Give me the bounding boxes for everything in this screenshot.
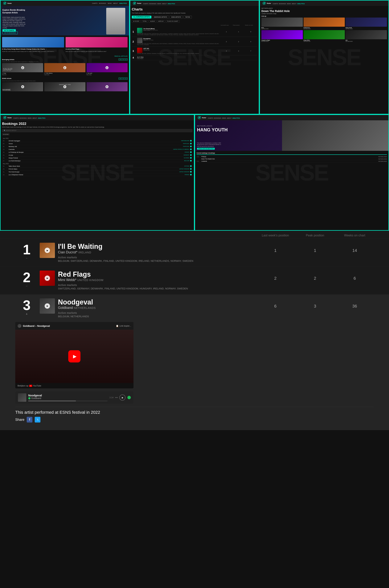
emerging-2-thumb[interactable] — [44, 63, 85, 72]
detail-play-3[interactable] — [45, 303, 50, 309]
search-artist-input[interactable]: 🔍 SEARCH ARTIST — [2, 129, 193, 132]
yt-footer-text[interactable]: Bekijken op YouTube — [18, 385, 41, 387]
lineup-6-thumb[interactable] — [346, 30, 387, 39]
lineup-5-thumb[interactable] — [304, 30, 345, 39]
stat-peak-3: 3 — [233, 50, 244, 52]
booking-8-festival[interactable]: Les Nuits Botanique — [9, 160, 183, 161]
detail-thumb-3[interactable] — [40, 298, 55, 314]
hang-analytics-btn[interactable]: CHECK DATA IN ANALYTICS — [197, 148, 215, 150]
play-btn-1[interactable] — [21, 66, 24, 69]
emerging-3: 3. Sie weiß Nina Chuba — [87, 63, 128, 75]
detail-thumb-2[interactable] — [40, 271, 55, 286]
sf-airplay[interactable]: AIRPLAY — [157, 20, 165, 23]
hang-festival-1[interactable]: Pinkpop — [201, 156, 378, 157]
hang-festival-2[interactable]: Down The Rabbit Hole — [201, 158, 378, 159]
emerging-1-thumb[interactable]: SNAP — [2, 63, 43, 72]
song-name-4[interactable]: As It Was — [137, 56, 220, 58]
emerging-3-artist: Nina Chuba — [87, 74, 128, 75]
sp-progress-bar[interactable] — [28, 401, 108, 401]
logo-2[interactable]: Radar — [132, 2, 141, 5]
logo-4[interactable]: Radar — [3, 116, 12, 119]
filter-tiktok[interactable]: TIKTOK — [183, 16, 192, 19]
sp-play-btn[interactable] — [119, 395, 126, 401]
play-btn-2[interactable] — [63, 66, 66, 69]
booking-5-festival[interactable]: Le Printemps de Bourges — [9, 152, 184, 153]
charts-content: Charts The Charts are based on airplay o… — [130, 6, 259, 62]
booking-2-festival[interactable]: Tremor — [9, 143, 182, 144]
filter-btn[interactable]: ⊕ FILTER — [2, 133, 9, 135]
logo-5[interactable]: Radar — [197, 116, 206, 119]
thumb-1[interactable] — [137, 28, 142, 33]
booking-12-festival[interactable]: Les 3 Éléphants Festival — [9, 174, 184, 175]
yt-copy-link[interactable]: 📋 Link kopier... — [116, 325, 131, 327]
stat-weeks-2: 4 — [245, 41, 257, 42]
bottom-row: SENSE Radar CHARTS BOOKINGS NEWS ABOUT A… — [0, 114, 389, 231]
booking-6-festival[interactable]: c/o pop — [9, 155, 183, 156]
go-to-bookings-btn[interactable]: GO TO BOOKINGS — [2, 31, 18, 34]
detail-song-name-1[interactable]: I'll Be Waiting — [58, 243, 193, 250]
yt-logo-icon — [29, 385, 32, 387]
yt-thumbnail[interactable] — [15, 330, 133, 383]
yt-play-big[interactable] — [68, 350, 80, 363]
detail-song-name-3[interactable]: Noodgeval — [58, 298, 96, 306]
logo-1[interactable]: Radar — [3, 2, 12, 5]
emerging-section-header: Emerging Artists SEE TOP 100 — [0, 58, 129, 61]
detail-stat-weeks-3: 36 — [336, 298, 374, 309]
booking-12-country: FRANCE — [185, 174, 189, 175]
read-all-articles[interactable]: READ ALL ARTICLES — [114, 56, 128, 57]
booking-3-festival[interactable]: Westway LAB — [9, 146, 182, 147]
filter-esns[interactable]: ESNS ARTISTS — [169, 16, 183, 19]
logo-3[interactable]: Radar — [262, 2, 271, 5]
emerging-badge[interactable]: SEE TOP 100 — [119, 59, 128, 61]
sf-place[interactable]: PLACE IN CHART — [166, 20, 180, 23]
booking-11-festival[interactable]: The Great Escape — [9, 171, 178, 173]
sf-album[interactable]: ALBUM — [149, 20, 156, 23]
booking-10-festival[interactable]: FOCUS Wales — [9, 168, 178, 170]
booking-4-festival[interactable]: Coachella — [9, 149, 172, 150]
sp-duration: 3:34 — [109, 396, 113, 399]
song-countries-2: AUSTRIA, BELGIUM, BULGARIA, SWITZERLAND,… — [137, 43, 220, 46]
sf-total[interactable]: TOTAL — [141, 20, 148, 23]
esns-badge[interactable]: SEE TOP 100 — [119, 78, 128, 80]
nav-links-1: CHARTS BOOKINGS NEWS ABOUT ANALYTICS — [92, 3, 127, 4]
share-facebook-btn[interactable]: f — [27, 417, 32, 423]
filter-all[interactable]: ALL EUROPEAN ARTISTS — [132, 16, 151, 19]
booking-9-festival[interactable]: Tallinn Music Week — [9, 165, 184, 167]
esns-subtitle: Artists that performed at the ESNS Festi… — [0, 80, 129, 82]
hang-hero: NETHERLANDS HANG YOUTH This artist from … — [195, 120, 389, 151]
thumb-2[interactable] — [137, 38, 142, 43]
booking-1-festival[interactable]: Zermatt Unplugged — [9, 140, 180, 141]
booking-11: 11. The Great Escape UNITED KINGDOM — [2, 170, 193, 173]
hang-festival-3[interactable]: Lowlands — [201, 160, 378, 162]
emerging-grid: SNAP 1. Snap Rosa Linn 2. I'll Be Waitin… — [0, 63, 129, 77]
article-2-title[interactable]: A List of Red Flags → — [65, 48, 128, 50]
emerging-3-thumb[interactable] — [87, 63, 128, 72]
song-name-3[interactable]: LET GO — [137, 48, 220, 49]
detail-play-2[interactable] — [45, 276, 50, 281]
lineup-1-thumb[interactable] — [261, 18, 303, 27]
rankings-bar — [196, 155, 387, 155]
esns-2-thumb[interactable]: GHOST OF YOU — [44, 82, 85, 91]
play-btn-esns-1[interactable] — [21, 85, 24, 88]
sp-more-btn[interactable]: ••• — [115, 396, 118, 399]
booking-7-festival[interactable]: Sharpe Festival — [9, 157, 183, 159]
filter-emerging[interactable]: EMERGING ARTISTS — [152, 16, 169, 19]
detail-play-1[interactable] — [45, 248, 50, 253]
esns-1-thumb[interactable]: MAMIWE — [2, 82, 43, 91]
play-btn-esns-2[interactable] — [63, 85, 66, 88]
detail-song-name-2[interactable]: Red Flags — [58, 271, 188, 278]
esns-3-thumb[interactable] — [87, 82, 128, 91]
song-name-2[interactable]: Escapism. — [137, 38, 220, 39]
play-btn-esns-3[interactable] — [105, 85, 108, 88]
sf-filter[interactable]: ⊕ FILTER — [132, 20, 140, 23]
play-btn-3[interactable] — [105, 66, 108, 69]
lineup-3-thumb[interactable] — [346, 18, 387, 27]
article-1-title[interactable]: A Very Sexy Song About Climate Change En… — [2, 48, 64, 50]
lineup-2-thumb[interactable] — [304, 18, 345, 27]
song-name-1[interactable]: I'm Good (Blue) — [137, 28, 220, 30]
detail-thumb-1[interactable] — [40, 243, 55, 258]
lineup-4-thumb[interactable] — [261, 30, 303, 39]
share-twitter-btn[interactable]: 𝕏 — [35, 417, 40, 423]
booking-9: 04. Tallinn Music Week ESTONIA — [2, 165, 193, 168]
thumb-3[interactable] — [137, 48, 142, 53]
